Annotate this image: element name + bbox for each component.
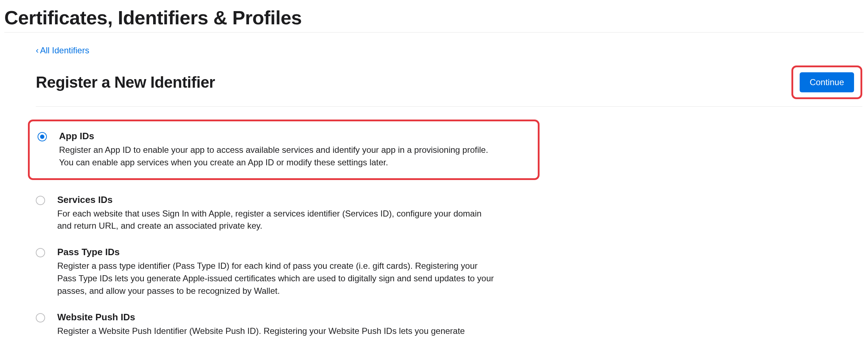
option-title: Website Push IDs bbox=[57, 312, 465, 323]
annotation-highlight-continue: Continue bbox=[791, 65, 862, 99]
chevron-left-icon: ‹ bbox=[36, 45, 39, 55]
section-divider bbox=[36, 106, 862, 107]
radio-pass-type-ids[interactable] bbox=[36, 248, 45, 257]
radio-website-push-ids[interactable] bbox=[36, 313, 45, 322]
option-title: Pass Type IDs bbox=[57, 247, 497, 258]
option-app-ids: App IDsRegister an App ID to enable your… bbox=[28, 120, 540, 180]
option-description: Register a pass type identifier (Pass Ty… bbox=[57, 260, 497, 297]
identifier-options-list: App IDsRegister an App ID to enable your… bbox=[36, 120, 864, 337]
option-text: App IDsRegister an App ID to enable your… bbox=[59, 131, 499, 169]
option-website-push-ids: Website Push IDsRegister a Website Push … bbox=[36, 312, 547, 337]
option-pass-type-ids: Pass Type IDsRegister a pass type identi… bbox=[36, 247, 547, 297]
back-link-label: All Identifiers bbox=[40, 45, 89, 55]
option-row: Pass Type IDsRegister a pass type identi… bbox=[36, 247, 547, 297]
option-text: Website Push IDsRegister a Website Push … bbox=[57, 312, 465, 337]
option-description: Register a Website Push Identifier (Webs… bbox=[57, 325, 465, 337]
continue-button[interactable]: Continue bbox=[800, 72, 854, 92]
option-text: Services IDsFor each website that uses S… bbox=[57, 194, 497, 233]
page-title: Certificates, Identifiers & Profiles bbox=[4, 6, 864, 29]
option-description: Register an App ID to enable your app to… bbox=[59, 144, 499, 169]
radio-app-ids[interactable] bbox=[38, 132, 47, 141]
radio-services-ids[interactable] bbox=[36, 196, 45, 205]
option-row: App IDsRegister an App ID to enable your… bbox=[38, 131, 531, 169]
option-title: Services IDs bbox=[57, 194, 497, 205]
page-title-divider bbox=[4, 32, 864, 33]
option-description: For each website that uses Sign In with … bbox=[57, 208, 497, 233]
option-row: Website Push IDsRegister a Website Push … bbox=[36, 312, 547, 337]
back-link-all-identifiers[interactable]: ‹ All Identifiers bbox=[36, 45, 89, 55]
option-title: App IDs bbox=[59, 131, 499, 142]
option-row: Services IDsFor each website that uses S… bbox=[36, 194, 547, 233]
section-title: Register a New Identifier bbox=[36, 73, 215, 91]
option-services-ids: Services IDsFor each website that uses S… bbox=[36, 194, 547, 233]
option-text: Pass Type IDsRegister a pass type identi… bbox=[57, 247, 497, 297]
